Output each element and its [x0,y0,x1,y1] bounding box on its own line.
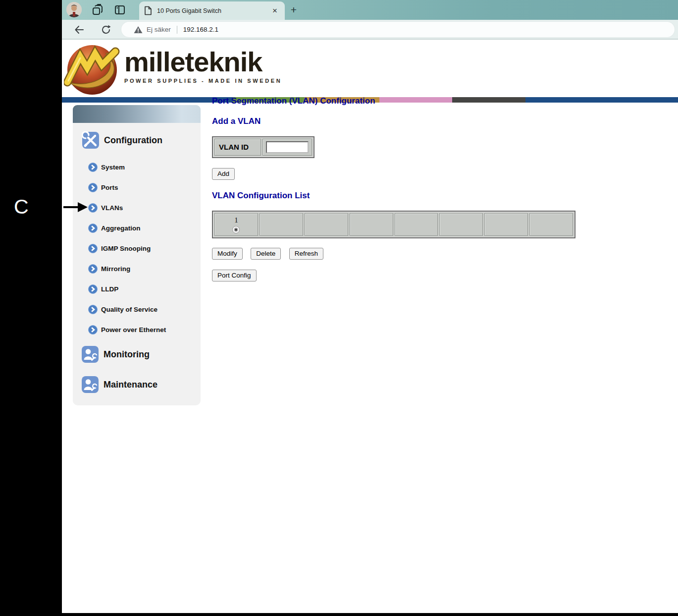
sidebar-section-label: Configuration [104,135,162,146]
tab-actions-icon[interactable] [114,4,126,16]
page-title: Port Segmentation (VLAN) Configuration [212,96,658,106]
sidebar-header [73,105,201,123]
page-icon [144,6,152,15]
sidebar-item-mirroring[interactable]: Mirroring [88,264,130,274]
milleteknik-logo: milleteknik POWER SUPPLIES - MADE IN SWE… [64,43,282,97]
annotation-arrow-icon [63,200,89,215]
vlan-list-row: 1 [214,213,573,236]
browser-window: 10 Ports Gigabit Switch × + Ej [62,0,678,613]
sidebar-item-quality-of-service[interactable]: Quality of Service [88,304,157,314]
tab-title: 10 Ports Gigabit Switch [157,7,270,14]
sidebar-item-label: Mirroring [101,265,130,273]
port-config-button[interactable]: Port Config [212,270,257,281]
vlan-list-heading: VLAN Configuration List [212,191,658,201]
back-icon[interactable] [74,24,85,35]
vlan-id-label: VLAN ID [218,143,250,151]
chevron-circle-icon [88,224,98,233]
sidebar-item-label: Ports [101,184,118,191]
vlan-list-table: 1 [212,211,575,238]
person-wrench-icon [81,345,99,363]
sidebar-section-label: Maintenance [104,380,157,390]
reload-icon[interactable] [101,24,111,35]
delete-button[interactable]: Delete [251,248,281,260]
sidebar-item-label: LLDP [101,285,118,293]
sidebar-item-aggregation[interactable]: Aggregation [88,223,141,233]
sidebar-section-monitoring[interactable]: Monitoring [81,345,150,363]
vlan-id-value: 1 [215,216,258,224]
vlan-cell-empty [439,213,483,236]
chevron-circle-icon [88,284,98,294]
sidebar-item-label: VLANs [101,204,123,212]
vlan-cell: 1 [214,213,258,236]
brand-tagline: POWER SUPPLIES - MADE IN SWEDEN [124,78,282,84]
url-text[interactable]: 192.168.2.1 [183,26,218,33]
vlan-id-table: VLAN ID [212,136,314,158]
address-bar[interactable]: Ej säker 192.168.2.1 [121,22,675,37]
tab-strip: 10 Ports Gigabit Switch × + [62,0,678,20]
stripe-segment [62,97,233,103]
chevron-circle-icon [88,203,98,213]
not-secure-warning-icon[interactable] [134,26,143,34]
chevron-circle-icon [88,305,98,314]
sidebar-item-vlans[interactable]: VLANs [88,203,123,213]
sidebar-item-ports[interactable]: Ports [88,182,118,192]
sidebar-section-configuration[interactable]: Configuration [82,131,162,149]
annotation-label-c: C [14,195,29,219]
vlan-cell-empty [305,213,348,236]
profile-avatar[interactable] [66,2,82,17]
sidebar: Configuration System Ports VLANs Aggrega… [73,105,201,405]
vlan-list-actions: Modify Delete Refresh [212,248,658,260]
vlan-cell-empty [484,213,528,236]
sidebar-section-maintenance[interactable]: Maintenance [81,376,157,393]
web-page: milleteknik POWER SUPPLIES - MADE IN SWE… [62,40,678,612]
vlan-cell-empty [395,213,438,236]
vlan-cell-empty [350,213,393,236]
chevron-circle-icon [88,264,98,274]
sidebar-item-system[interactable]: System [88,162,125,172]
sidebar-section-label: Monitoring [104,349,150,360]
sidebar-item-label: Aggregation [101,224,141,232]
address-bar-row: Ej säker 192.168.2.1 [62,20,678,40]
chevron-circle-icon [88,325,98,335]
sidebar-item-label: System [101,164,125,171]
chevron-circle-icon [88,244,98,253]
active-tab[interactable]: 10 Ports Gigabit Switch × [139,1,285,20]
sidebar-item-label: Power over Ethernet [101,326,166,334]
sidebar-item-lldp[interactable]: LLDP [88,284,118,294]
sidebar-item-igmp-snooping[interactable]: IGMP Snooping [88,243,151,253]
brand-name: milleteknik [124,49,282,75]
logo-sphere-icon [64,43,121,97]
security-label[interactable]: Ej säker [147,26,171,33]
add-vlan-heading: Add a VLAN [212,116,658,126]
sidebar-item-label: IGMP Snooping [101,245,151,252]
main-content: Port Segmentation (VLAN) Configuration A… [212,96,658,281]
refresh-button[interactable]: Refresh [289,248,323,260]
workspaces-icon[interactable] [92,3,104,16]
sidebar-item-power-over-ethernet[interactable]: Power over Ethernet [88,325,166,335]
tab-close-icon[interactable]: × [270,6,280,16]
vlan-cell-empty [260,213,303,236]
vlan-id-input[interactable] [266,141,309,153]
modify-button[interactable]: Modify [212,248,243,260]
avatar-image [66,2,82,17]
tools-icon [82,131,100,149]
new-tab-button[interactable]: + [287,3,300,16]
vlan-cell-empty [529,213,573,236]
add-button[interactable]: Add [212,168,235,180]
address-divider [177,26,177,34]
chevron-circle-icon [88,163,98,172]
sidebar-item-label: Quality of Service [101,306,157,313]
person-wrench-icon [81,376,99,393]
vlan-select-radio[interactable] [232,226,240,233]
chevron-circle-icon [88,183,98,192]
